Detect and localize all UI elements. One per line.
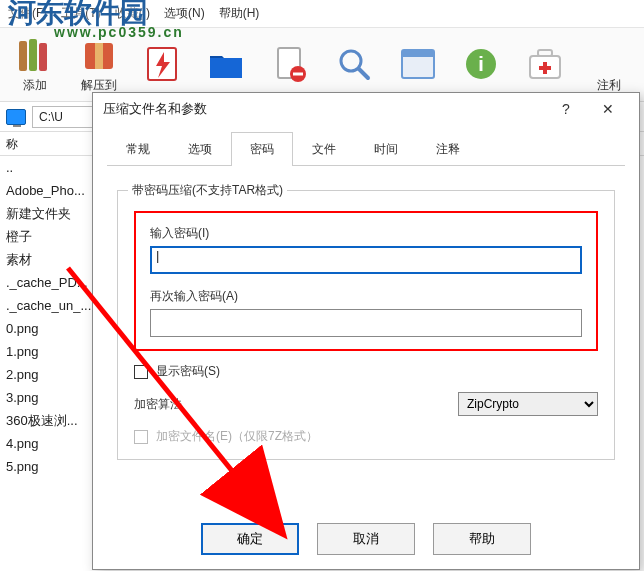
algo-select[interactable]: ZipCrypto (458, 392, 598, 416)
svg-rect-10 (293, 72, 303, 75)
algo-label: 加密算法 (134, 396, 182, 413)
svg-text:i: i (479, 53, 485, 75)
dialog-tabs: 常规选项密码文件时间注释 (107, 131, 625, 166)
toolbar-add[interactable]: 添加 (6, 32, 64, 98)
password-again-input[interactable] (150, 309, 582, 337)
ok-button[interactable]: 确定 (201, 523, 299, 555)
tab-0[interactable]: 常规 (107, 132, 169, 166)
tab-4[interactable]: 时间 (355, 132, 417, 166)
svg-rect-1 (29, 39, 37, 71)
menu-tools[interactable]: 工具(T) (61, 5, 100, 22)
svg-rect-7 (210, 58, 242, 78)
dialog-titlebar: 压缩文件名和参数 ? ✕ (93, 93, 639, 125)
bolt-icon (142, 44, 182, 84)
checkbox-disabled-icon (134, 430, 148, 444)
svg-rect-2 (39, 43, 47, 71)
help-icon[interactable]: ? (545, 95, 587, 123)
svg-rect-14 (402, 50, 434, 57)
tab-3[interactable]: 文件 (293, 132, 355, 166)
svg-rect-4 (95, 43, 103, 69)
tab-1[interactable]: 选项 (169, 132, 231, 166)
compress-dialog: 压缩文件名和参数 ? ✕ 常规选项密码文件时间注释 带密码压缩(不支持TAR格式… (92, 92, 640, 570)
toolbar-add-label: 添加 (23, 77, 47, 94)
books-icon (15, 35, 55, 75)
algo-row: 加密算法 ZipCrypto (134, 392, 598, 416)
monitor-icon (6, 109, 26, 125)
toolbar-test[interactable] (134, 32, 192, 98)
search-icon (334, 44, 374, 84)
toolbar: 添加 解压到 i (0, 28, 644, 102)
svg-rect-18 (538, 50, 552, 56)
highlight-box: 输入密码(I) | 再次输入密码(A) (134, 211, 598, 351)
tab-2[interactable]: 密码 (231, 132, 293, 166)
svg-rect-0 (19, 41, 27, 71)
window-icon (398, 44, 438, 84)
dialog-button-row: 确定 取消 帮助 (93, 523, 639, 555)
toolbar-delete[interactable] (261, 32, 319, 98)
cancel-button[interactable]: 取消 (317, 523, 415, 555)
archive-red-icon (79, 35, 119, 75)
checkbox-icon[interactable] (134, 365, 148, 379)
svg-line-12 (359, 69, 368, 78)
password-input[interactable]: | (150, 246, 582, 274)
password-again-label: 再次输入密码(A) (150, 288, 582, 305)
toolbar-view[interactable] (197, 32, 255, 98)
info-icon: i (461, 44, 501, 84)
toolbar-repair[interactable] (516, 32, 574, 98)
svg-rect-20 (539, 66, 551, 70)
medkit-icon (525, 44, 565, 84)
toolbar-info[interactable]: i (453, 32, 511, 98)
folder-icon (206, 44, 246, 84)
menubar: 文件(F) 工具(T) 收藏(I) 选项(N) 帮助(H) (0, 0, 644, 28)
toolbar-annotate[interactable]: 注利 (580, 32, 638, 98)
show-password-label: 显示密码(S) (156, 363, 220, 380)
note-icon (589, 35, 629, 75)
menu-file[interactable]: 文件(F) (8, 5, 47, 22)
close-icon[interactable]: ✕ (587, 95, 629, 123)
show-password-row[interactable]: 显示密码(S) (134, 363, 598, 380)
group-title: 带密码压缩(不支持TAR格式) (128, 182, 287, 199)
encrypt-names-row: 加密文件名(E)（仅限7Z格式） (134, 428, 598, 445)
password-label: 输入密码(I) (150, 225, 582, 242)
help-button[interactable]: 帮助 (433, 523, 531, 555)
menu-help[interactable]: 帮助(H) (219, 5, 260, 22)
menu-options[interactable]: 选项(N) (164, 5, 205, 22)
encrypt-names-label: 加密文件名(E)（仅限7Z格式） (156, 428, 318, 445)
toolbar-wizard[interactable] (389, 32, 447, 98)
menu-favorites[interactable]: 收藏(I) (115, 5, 150, 22)
dialog-title: 压缩文件名和参数 (103, 100, 207, 118)
toolbar-search[interactable] (325, 32, 383, 98)
tab-5[interactable]: 注释 (417, 132, 479, 166)
password-panel: 带密码压缩(不支持TAR格式) 输入密码(I) | 再次输入密码(A) 显示密码… (93, 166, 639, 460)
toolbar-extract[interactable]: 解压到 (70, 32, 128, 98)
page-minus-icon (270, 44, 310, 84)
password-group: 带密码压缩(不支持TAR格式) 输入密码(I) | 再次输入密码(A) 显示密码… (117, 190, 615, 460)
